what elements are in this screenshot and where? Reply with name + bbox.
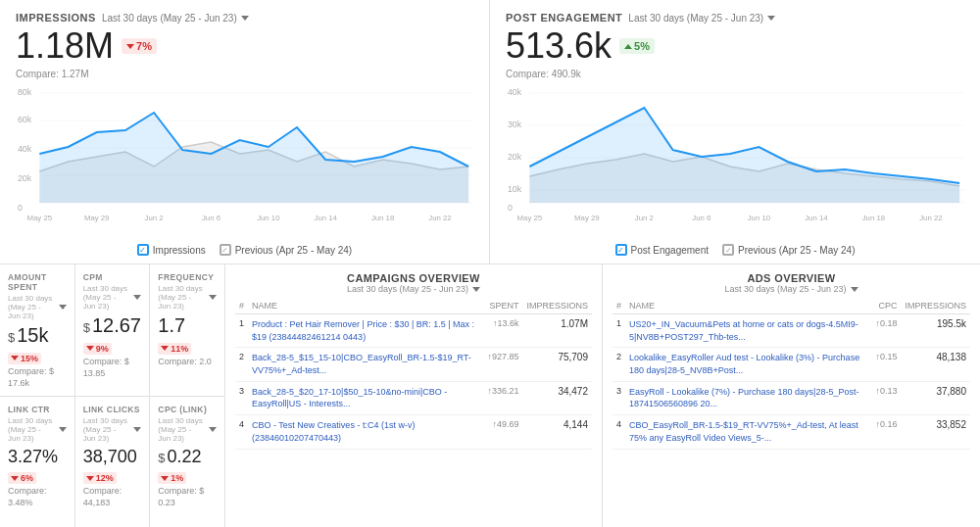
svg-text:Jun 10: Jun 10 [748, 214, 771, 222]
ads-title: ADS OVERVIEW [612, 272, 970, 284]
link-ctr-arrow [11, 476, 19, 481]
post-engagement-arrow-up [624, 44, 632, 49]
impressions-prev-check[interactable]: ✓ [220, 244, 231, 256]
frequency-badge: 11% [158, 343, 191, 355]
post-engagement-date-chevron[interactable] [767, 16, 775, 21]
impressions-check[interactable]: ✓ [137, 244, 149, 256]
post-engagement-badge: 5% [619, 38, 655, 54]
impressions-panel: IMPRESSIONS Last 30 days (May 25 - Jun 2… [0, 0, 490, 264]
svg-text:20k: 20k [18, 173, 32, 183]
post-engagement-prev-check[interactable]: ✓ [722, 244, 734, 256]
link-ctr-chevron[interactable] [59, 427, 67, 432]
ads-table-row[interactable]: 2 Lookalike_EasyRoller Aud test - Lookal… [612, 348, 970, 381]
post-engagement-check[interactable]: ✓ [615, 244, 627, 256]
main-grid: IMPRESSIONS Last 30 days (May 25 - Jun 2… [0, 0, 980, 527]
campaigns-table-row[interactable]: 2 Back_28-5_$15_15-10|CBO_EasyRoll_BR-1.… [235, 348, 592, 381]
campaigns-row-spent: ↑49.69 [483, 415, 522, 449]
post-engagement-legend: ✓ Post Engagement ✓ Previous (Apr 25 - M… [506, 244, 964, 256]
svg-text:May 29: May 29 [574, 214, 600, 222]
ads-col-name: NAME [625, 298, 871, 314]
campaigns-row-impressions: 34,472 [522, 381, 592, 414]
svg-text:Jun 6: Jun 6 [692, 214, 711, 222]
svg-text:Jun 22: Jun 22 [428, 214, 451, 222]
ads-row-name: EasyRoll - Lookalike (7%) - Purchase 180… [625, 381, 871, 414]
link-clicks-compare: Compare: 44,183 [83, 486, 122, 507]
impressions-badge: 7% [122, 38, 157, 54]
impressions-date-chevron[interactable] [241, 16, 249, 21]
impressions-value: 1.18M [16, 25, 114, 67]
svg-text:20k: 20k [508, 152, 522, 162]
svg-text:30k: 30k [508, 120, 522, 129]
link-clicks-value: 38,700 [83, 447, 137, 467]
ads-row-cpc: ↑0.15 [871, 348, 901, 381]
cpc-link-card: CPC (LINK) Last 30 days (May 25 - Jun 23… [150, 397, 224, 528]
frequency-chevron[interactable] [209, 295, 217, 300]
svg-text:0: 0 [508, 203, 513, 213]
svg-text:Jun 22: Jun 22 [919, 214, 942, 222]
ads-table-row[interactable]: 3 EasyRoll - Lookalike (7%) - Purchase 1… [612, 381, 970, 414]
post-engagement-metric: 513.6k 5% [506, 25, 964, 67]
campaigns-row-name: Back_28-5_$15_15-10|CBO_EasyRoll_BR-1.5-… [248, 348, 483, 381]
ads-row-impressions: 48,138 [901, 348, 970, 381]
svg-text:10k: 10k [508, 184, 522, 194]
campaigns-row-num: 4 [235, 415, 248, 449]
frequency-value: 1.7 [158, 314, 185, 337]
campaigns-table-row[interactable]: 1 Product : Pet Hair Remover | Price : $… [235, 314, 592, 348]
cpm-card: CPM Last 30 days (May 25 - Jun 23) $ 12.… [75, 264, 151, 396]
svg-text:80k: 80k [18, 87, 32, 97]
post-engagement-compare: Compare: 490.9k [506, 69, 964, 79]
cpc-link-chevron[interactable] [209, 427, 217, 432]
ads-table-header: # NAME CPC IMPRESSIONS [612, 298, 970, 314]
impressions-title: IMPRESSIONS [16, 12, 96, 24]
campaigns-date-chevron[interactable] [472, 287, 480, 292]
campaigns-row-num: 2 [235, 348, 248, 381]
campaigns-row-name: Back_28-5_$20_17-10|$50_15-10&no-mini|CB… [248, 381, 483, 414]
ads-row-impressions: 195.5k [901, 314, 970, 348]
frequency-card: FREQUENCY Last 30 days (May 25 - Jun 23)… [150, 264, 224, 396]
post-engagement-legend-primary: ✓ Post Engagement [615, 244, 710, 256]
post-engagement-chart: 40k 30k 20k 10k 0 [506, 83, 964, 240]
bottom-row: AMOUNT SPENT Last 30 days (May 25 - Jun … [0, 264, 980, 527]
post-engagement-panel: POST ENGAGEMENT Last 30 days (May 25 - J… [490, 0, 980, 264]
campaigns-panel: CAMPAIGNS OVERVIEW Last 30 days (May 25 … [225, 264, 603, 527]
campaigns-row-name: Product : Pet Hair Remover | Price : $30… [248, 314, 483, 348]
amount-spent-chevron[interactable] [59, 305, 67, 310]
campaigns-col-name: NAME [248, 298, 483, 314]
svg-text:May 25: May 25 [27, 214, 53, 222]
ads-row-name: US20+_IN_Vacuum&Pets at home or cats or … [625, 314, 871, 348]
svg-text:Jun 18: Jun 18 [862, 214, 886, 222]
amount-spent-label: AMOUNT SPENT [8, 272, 67, 292]
campaigns-row-impressions: 75,709 [522, 348, 592, 381]
cpm-arrow [86, 346, 94, 351]
link-clicks-chevron[interactable] [133, 427, 141, 432]
campaigns-table-row[interactable]: 3 Back_28-5_$20_17-10|$50_15-10&no-mini|… [235, 381, 592, 414]
campaigns-table: # NAME SPENT IMPRESSIONS 1 Product : Pet… [235, 298, 592, 450]
ads-table-row[interactable]: 4 CBO_EasyRoll_BR-1.5-$19_RT-VV75%+_Ad-t… [612, 415, 970, 449]
metrics-panel: AMOUNT SPENT Last 30 days (May 25 - Jun … [0, 264, 225, 527]
campaigns-row-num: 3 [235, 381, 248, 414]
cpc-link-compare: Compare: $ 0.23 [158, 486, 204, 507]
impressions-compare: Compare: 1.27M [16, 69, 473, 79]
campaigns-table-row[interactable]: 4 CBO - Test New Creatives - t:C4 (1st w… [235, 415, 592, 449]
campaigns-row-spent: ↑336.21 [483, 381, 522, 414]
ads-row-impressions: 37,880 [901, 381, 970, 414]
svg-text:Jun 14: Jun 14 [805, 214, 828, 222]
ads-date: Last 30 days (May 25 - Jun 23) [612, 284, 970, 294]
ads-row-num: 1 [612, 314, 625, 348]
link-ctr-card: LINK CTR Last 30 days (May 25 - Jun 23) … [0, 397, 75, 528]
campaigns-row-impressions: 4,144 [522, 415, 592, 449]
cpc-link-date: Last 30 days (May 25 - Jun 23) [158, 416, 217, 443]
campaigns-col-impressions: IMPRESSIONS [522, 298, 592, 314]
ads-date-chevron[interactable] [851, 287, 858, 292]
ads-row-name: CBO_EasyRoll_BR-1.5-$19_RT-VV75%+_Ad-tes… [625, 415, 871, 449]
svg-text:Jun 18: Jun 18 [371, 214, 395, 222]
post-engagement-value: 513.6k [506, 25, 612, 67]
amount-spent-value: 15k [17, 324, 48, 347]
campaigns-row-name: CBO - Test New Creatives - t:C4 (1st w-v… [248, 415, 483, 449]
cpm-label: CPM [83, 272, 142, 282]
cpm-chevron[interactable] [133, 295, 141, 300]
ads-table-row[interactable]: 1 US20+_IN_Vacuum&Pets at home or cats o… [612, 314, 970, 348]
ads-row-name: Lookalike_EasyRoller Aud test - Lookalik… [625, 348, 871, 381]
campaigns-row-spent: ↑13.6k [483, 314, 522, 348]
cpm-date: Last 30 days (May 25 - Jun 23) [83, 284, 142, 311]
